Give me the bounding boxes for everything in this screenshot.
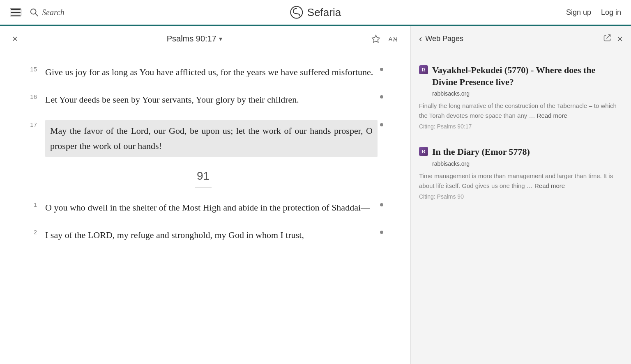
brand-name: Sefaria xyxy=(307,6,341,19)
verse-text: Let Your deeds be seen by Your servants,… xyxy=(45,92,378,107)
verse-number: 15 xyxy=(21,64,37,73)
close-panel-button[interactable]: × xyxy=(12,34,18,43)
verse-number: 17 xyxy=(21,120,37,128)
chevron-left-icon xyxy=(419,34,422,44)
share-button[interactable] xyxy=(603,34,611,44)
verse-row: 2 I say of the LORD, my refuge and stron… xyxy=(21,227,386,243)
entry-snippet: Time management is more than management … xyxy=(419,171,623,191)
web-pages-label: Web Pages xyxy=(425,34,463,43)
verse-row: 15 Give us joy for as long as You have a… xyxy=(21,64,386,80)
font-options-button[interactable]: Aא xyxy=(389,34,398,43)
entry-favicon: R xyxy=(419,147,428,156)
right-panel-header: Web Pages × xyxy=(411,26,631,52)
read-more-link[interactable]: Read more xyxy=(537,112,567,119)
entry-title-text[interactable]: In the Diary (Emor 5778) xyxy=(432,146,530,158)
right-panel: Web Pages × R Vayakhel-Pekudei (5770) xyxy=(411,26,631,364)
verse-number: 2 xyxy=(21,227,37,236)
chapter-divider: 91 xyxy=(21,169,386,183)
read-more-link[interactable]: Read more xyxy=(534,182,565,189)
right-header-icons: × xyxy=(603,34,623,44)
sefaria-logo-icon xyxy=(290,6,303,19)
right-panel-content[interactable]: R Vayakhel-Pekudei (5770) - Where does t… xyxy=(411,52,631,364)
verse-number: 1 xyxy=(21,200,37,208)
bookmark-button[interactable] xyxy=(371,34,380,43)
verse-text: Give us joy for as long as You have affl… xyxy=(45,64,378,80)
panel-title[interactable]: Psalms 90:17 ▾ xyxy=(167,34,222,43)
hamburger-menu-button[interactable] xyxy=(10,8,21,16)
svg-marker-3 xyxy=(372,35,379,42)
left-panel: × Psalms 90:17 ▾ Aא xyxy=(0,26,411,364)
entry-snippet: Finally the long narrative of the constr… xyxy=(419,101,623,121)
web-entry: R Vayakhel-Pekudei (5770) - Where does t… xyxy=(419,64,623,130)
verse-bullet xyxy=(378,64,386,71)
chapter-line xyxy=(195,187,212,188)
web-entry: R In the Diary (Emor 5778) rabbisacks.or… xyxy=(419,146,623,200)
verse-bullet xyxy=(378,120,386,126)
entry-source: rabbisacks.org xyxy=(432,90,623,97)
verse-bullet xyxy=(378,92,386,98)
entry-source: rabbisacks.org xyxy=(432,160,623,167)
search-button[interactable]: Search xyxy=(30,8,64,17)
verse-text: O you who dwell in the shelter of the Mo… xyxy=(45,200,378,215)
entry-citing: Citing: Psalms 90:17 xyxy=(419,123,623,130)
panel-title-text: Psalms 90:17 xyxy=(167,34,216,43)
entry-citing: Citing: Psalms 90 xyxy=(419,193,623,200)
entry-title-row: R In the Diary (Emor 5778) xyxy=(419,146,623,158)
close-right-panel-button[interactable]: × xyxy=(617,34,623,44)
verse-number: 16 xyxy=(21,92,37,100)
chevron-down-icon: ▾ xyxy=(219,35,222,43)
font-icon: Aא xyxy=(389,34,398,43)
panels-container: × Psalms 90:17 ▾ Aא xyxy=(0,26,631,364)
panel-header: × Psalms 90:17 ▾ Aא xyxy=(0,26,410,52)
entry-favicon: R xyxy=(419,65,428,74)
verse-row: 16 Let Your deeds be seen by Your servan… xyxy=(21,92,386,107)
verse-bullet xyxy=(378,200,386,206)
entry-title-text[interactable]: Vayakhel-Pekudei (5770) - Where does the… xyxy=(432,64,623,88)
entry-title-row: R Vayakhel-Pekudei (5770) - Where does t… xyxy=(419,64,623,88)
verse-row-highlighted: 17 May the favor of the Lord, our God, b… xyxy=(21,120,386,157)
brand-logo[interactable]: Sefaria xyxy=(290,6,341,19)
verse-bullet xyxy=(378,227,386,234)
verse-row: 1 O you who dwell in the shelter of the … xyxy=(21,200,386,215)
verse-text: I say of the LORD, my refuge and strongh… xyxy=(45,227,378,243)
svg-line-1 xyxy=(35,14,38,16)
panel-content[interactable]: 15 Give us joy for as long as You have a… xyxy=(0,52,410,364)
top-nav: Search Sefaria Sign up Log in xyxy=(0,0,631,26)
search-label: Search xyxy=(42,8,64,17)
login-link[interactable]: Log in xyxy=(601,8,621,17)
signup-link[interactable]: Sign up xyxy=(566,8,591,17)
web-pages-back-button[interactable]: Web Pages xyxy=(419,34,463,44)
verse-text-highlighted: May the favor of the Lord, our God, be u… xyxy=(45,120,378,157)
